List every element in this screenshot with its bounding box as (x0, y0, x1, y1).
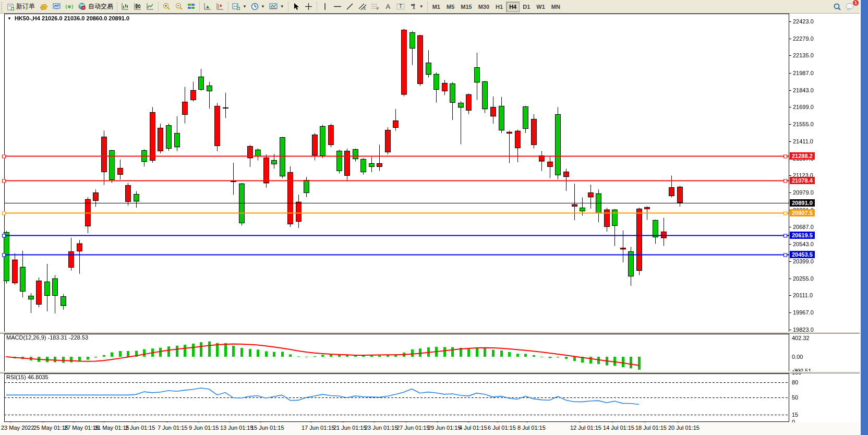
crosshair-tool-button[interactable] (303, 1, 315, 13)
toolbar-separator (427, 2, 428, 11)
label-tool-icon: T (396, 3, 405, 10)
zoom-in-button[interactable] (160, 1, 173, 13)
text-tool-icon: A (385, 3, 390, 10)
horizontal-line-tool-button[interactable] (331, 1, 344, 13)
trendline-tool-button[interactable] (344, 1, 356, 13)
chart-shift-icon (216, 3, 224, 10)
notification-badge: 1 (852, 0, 859, 6)
tf-button-w1[interactable]: W1 (533, 2, 548, 12)
cursor-tool-button[interactable] (290, 1, 303, 13)
vertical-line-tool-button[interactable] (319, 1, 331, 13)
auto-trading-icon (78, 3, 87, 10)
fibonacci-tool-button[interactable]: F (369, 1, 382, 13)
auto-trading-button[interactable]: 自动交易 (76, 1, 115, 13)
chart-shift-button[interactable] (214, 1, 226, 13)
chart-window-button[interactable] (51, 1, 63, 13)
tf-button-h1[interactable]: H1 (492, 2, 506, 12)
market-watch-button[interactable] (37, 1, 51, 13)
text-tool-button[interactable]: A (382, 1, 394, 13)
zoom-out-button[interactable] (173, 1, 185, 13)
cursor-icon (293, 3, 300, 10)
toolbar-separator (288, 2, 288, 11)
toolbar-separator (117, 2, 117, 11)
tile-windows-icon (187, 3, 196, 10)
tf-button-m15[interactable]: M15 (457, 2, 475, 12)
toolbar-separator (317, 2, 317, 11)
search-icon (833, 3, 841, 11)
template-icon (269, 3, 278, 10)
periods-button[interactable]: ▼ (249, 1, 267, 13)
toolbar-separator (228, 2, 228, 11)
chat-button[interactable]: 1 (843, 1, 857, 13)
indicators-button[interactable]: ▼ (230, 1, 249, 13)
line-chart-icon (146, 3, 154, 10)
pane-splitter[interactable] (0, 332, 860, 334)
signal-icon (65, 3, 74, 10)
channel-icon: E (358, 3, 367, 10)
svg-text:T: T (399, 4, 402, 9)
tf-button-m5[interactable]: M5 (443, 2, 457, 12)
horizontal-line-icon (333, 3, 342, 10)
trendline-icon (346, 3, 354, 10)
fibonacci-icon: F (371, 3, 380, 10)
new-order-label: 新订单 (16, 2, 35, 11)
auto-scroll-button[interactable] (201, 1, 214, 13)
right-scroll-strip[interactable] (861, 0, 868, 435)
tf-button-m1[interactable]: M1 (429, 2, 443, 12)
candlestick-chart-button[interactable] (131, 1, 144, 13)
signals-button[interactable] (63, 1, 76, 13)
dropdown-caret: ▼ (261, 4, 265, 9)
arrows-icon (409, 3, 417, 10)
candlestick-icon (134, 3, 142, 10)
channel-tool-button[interactable]: E (356, 1, 369, 13)
templates-button[interactable]: ▼ (267, 1, 286, 13)
gold-icon (39, 3, 49, 10)
dropdown-caret: ▼ (419, 4, 424, 9)
pane-splitter[interactable] (0, 371, 860, 373)
toolbar-separator (199, 2, 200, 11)
main-toolbar: 新订单 自动交易 (0, 0, 860, 14)
dropdown-caret: ▼ (243, 4, 247, 9)
zoom-out-icon (175, 3, 183, 10)
zoom-in-icon (162, 3, 171, 10)
bar-chart-icon (121, 3, 129, 10)
svg-text:F: F (377, 6, 379, 10)
tile-windows-button[interactable] (185, 1, 198, 13)
add-indicator-icon (232, 3, 240, 10)
vertical-line-icon (322, 3, 328, 10)
bar-chart-button[interactable] (119, 1, 131, 13)
toolbar-grip (1, 2, 4, 11)
new-order-icon (7, 3, 15, 10)
crosshair-icon (305, 3, 312, 10)
tf-button-m30[interactable]: M30 (475, 2, 492, 12)
line-chart-button[interactable] (144, 1, 156, 13)
auto-scroll-icon (203, 3, 212, 10)
new-order-button[interactable]: 新订单 (5, 1, 37, 13)
label-tool-button[interactable]: T (394, 1, 407, 13)
toolbar-separator (158, 2, 159, 11)
search-button[interactable] (831, 1, 843, 13)
tf-button-d1[interactable]: D1 (520, 2, 533, 12)
tf-button-h4[interactable]: H4 (506, 2, 520, 12)
arrows-tool-button[interactable]: ▼ (407, 1, 426, 13)
tf-button-mn[interactable]: MN (548, 2, 563, 12)
clock-icon (251, 3, 259, 10)
auto-trading-label: 自动交易 (88, 2, 113, 11)
svg-text:E: E (364, 7, 366, 10)
monitor-icon (53, 3, 61, 10)
price-chart-canvas[interactable] (0, 0, 868, 435)
dropdown-caret: ▼ (280, 4, 284, 9)
